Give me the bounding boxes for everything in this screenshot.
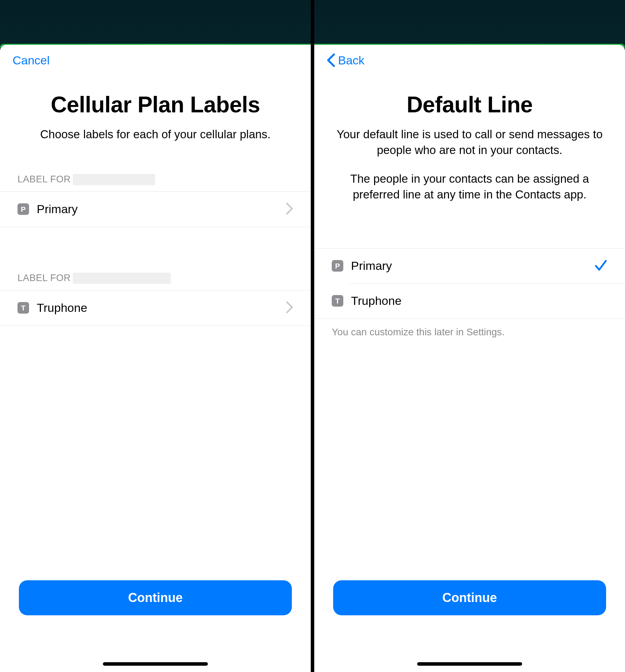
page-title: Default Line — [332, 92, 608, 117]
chevron-left-icon — [327, 53, 335, 67]
label-list-1: P Primary — [0, 191, 311, 227]
modal-sheet: Back Default Line Your default line is u… — [314, 45, 625, 672]
line-option-label: Primary — [351, 259, 594, 273]
modal-sheet: Cancel Cellular Plan Labels Choose label… — [0, 45, 311, 672]
section-header-2: LABEL FOR — [0, 273, 311, 284]
line-option-truphone[interactable]: T Truphone — [314, 284, 625, 318]
back-button-label: Back — [338, 54, 365, 67]
plan-badge-icon: P — [17, 203, 29, 215]
redacted-number-1 — [73, 174, 155, 185]
hero-section: Cellular Plan Labels Choose labels for e… — [0, 76, 311, 142]
home-indicator[interactable] — [417, 662, 522, 666]
navbar: Back — [314, 45, 625, 76]
page-title: Cellular Plan Labels — [17, 92, 293, 117]
screen-cellular-plan-labels: Cancel Cellular Plan Labels Choose label… — [0, 0, 311, 672]
line-option-label: Truphone — [351, 294, 608, 308]
page-description-1: Your default line is used to call or sen… — [332, 127, 608, 158]
home-indicator[interactable] — [103, 662, 208, 666]
redacted-number-2 — [73, 273, 171, 284]
status-bar-area — [0, 0, 311, 44]
line-options-list: P Primary T Truphone — [314, 248, 625, 319]
plan-row-primary[interactable]: P Primary — [0, 192, 311, 227]
screen-default-line: Back Default Line Your default line is u… — [314, 0, 625, 672]
status-bar-area — [314, 0, 625, 44]
back-button[interactable]: Back — [327, 53, 365, 67]
section-label-text: LABEL FOR — [17, 174, 71, 185]
plan-row-label: Truphone — [37, 301, 286, 315]
navbar: Cancel — [0, 45, 311, 76]
plan-row-label: Primary — [37, 202, 286, 216]
checkmark-icon — [594, 259, 608, 273]
plan-badge-icon: T — [17, 302, 29, 314]
line-option-primary[interactable]: P Primary — [314, 248, 625, 284]
chevron-right-icon — [286, 301, 293, 315]
cta-container: Continue — [19, 580, 292, 615]
label-list-2: T Truphone — [0, 290, 311, 326]
section-header-1: LABEL FOR — [0, 174, 311, 185]
plan-badge-icon: T — [332, 295, 343, 307]
page-description-2: The people in your contacts can be assig… — [332, 171, 608, 202]
cancel-button[interactable]: Cancel — [13, 54, 50, 67]
screenshot-divider — [311, 0, 314, 672]
section-label-text: LABEL FOR — [17, 273, 71, 284]
chevron-right-icon — [286, 203, 293, 216]
footer-hint: You can customize this later in Settings… — [314, 319, 625, 338]
continue-button[interactable]: Continue — [19, 580, 292, 615]
hero-section: Default Line Your default line is used t… — [314, 76, 625, 203]
page-subtitle: Choose labels for each of your cellular … — [17, 127, 293, 142]
plan-badge-icon: P — [332, 260, 343, 272]
plan-row-truphone[interactable]: T Truphone — [0, 290, 311, 326]
continue-button[interactable]: Continue — [333, 580, 606, 615]
cta-container: Continue — [333, 580, 606, 615]
